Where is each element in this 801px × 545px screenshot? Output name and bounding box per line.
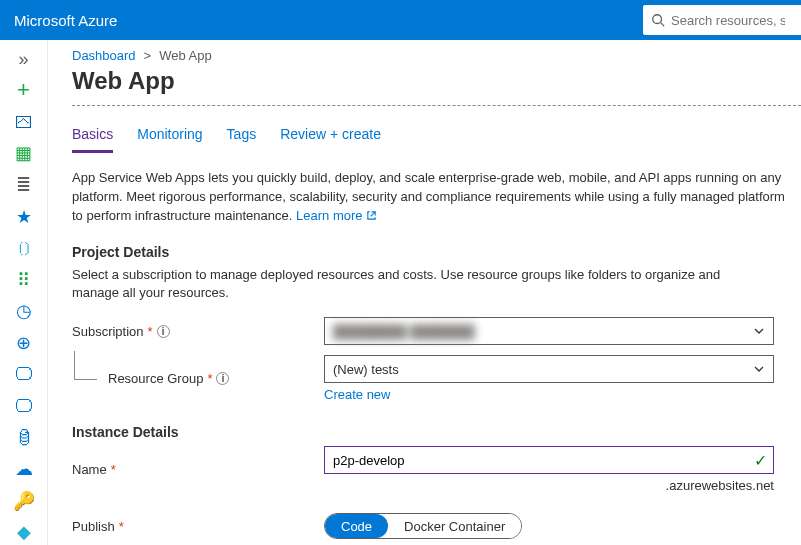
create-new-link[interactable]: Create new [324, 387, 774, 402]
tab-monitoring[interactable]: Monitoring [137, 126, 202, 153]
info-icon[interactable]: i [157, 325, 170, 338]
description-text: App Service Web Apps lets you quickly bu… [72, 170, 785, 223]
publish-segmented: CodeDocker Container [324, 513, 522, 539]
apps-grid-icon[interactable]: ⠿ [0, 267, 48, 293]
publish-option-docker-container[interactable]: Docker Container [388, 514, 521, 538]
plus-icon[interactable]: + [0, 78, 48, 104]
chevron-down-icon [753, 363, 765, 375]
monitor-icon[interactable]: 🖵 [0, 362, 48, 388]
resource-group-dropdown[interactable]: (New) tests [324, 355, 774, 383]
sql-icon[interactable]: 🛢 [0, 425, 48, 451]
publish-option-code[interactable]: Code [325, 514, 388, 538]
resources-icon[interactable]: ⟮⟯ [0, 235, 48, 261]
left-sidebar: »+⮹▦≣★⟮⟯⠿◷⊕🖵🖵🛢☁🔑◆ [0, 40, 48, 545]
tab-review-create[interactable]: Review + create [280, 126, 381, 153]
project-details-heading: Project Details [72, 244, 801, 260]
diamond-icon[interactable]: ◆ [0, 519, 48, 545]
learn-more-link[interactable]: Learn more [296, 208, 376, 223]
breadcrumb: Dashboard > Web App [72, 48, 801, 63]
publish-row: Publish * CodeDocker Container [72, 513, 801, 539]
svg-line-1 [661, 23, 665, 27]
search-input[interactable] [665, 13, 785, 28]
tab-tags[interactable]: Tags [227, 126, 257, 153]
breadcrumb-current: Web App [159, 48, 212, 63]
required-marker: * [111, 462, 116, 477]
required-marker: * [119, 519, 124, 534]
chevron-down-icon [753, 325, 765, 337]
globe-icon[interactable]: ⊕ [0, 330, 48, 356]
tab-basics[interactable]: Basics [72, 126, 113, 153]
resource-group-value: (New) tests [333, 362, 399, 377]
global-search[interactable] [643, 5, 801, 35]
name-domain-suffix: .azurewebsites.net [324, 478, 774, 493]
key-icon[interactable]: 🔑 [0, 488, 48, 514]
name-label: Name [72, 462, 107, 477]
name-input-wrapper: ✓ [324, 446, 774, 474]
breadcrumb-root[interactable]: Dashboard [72, 48, 136, 63]
home-icon[interactable]: ⮹ [0, 109, 48, 135]
subscription-dropdown[interactable]: ████████ ███████ [324, 317, 774, 345]
instance-details-heading: Instance Details [72, 424, 801, 440]
svg-point-0 [653, 15, 662, 24]
tabs: BasicsMonitoringTagsReview + create [72, 126, 801, 153]
brand-label: Microsoft Azure [14, 12, 117, 29]
subscription-value: ████████ ███████ [333, 324, 475, 339]
breadcrumb-sep: > [144, 48, 152, 63]
publish-label: Publish [72, 519, 115, 534]
topbar: Microsoft Azure [0, 0, 801, 40]
dashboard-icon[interactable]: ▦ [0, 141, 48, 167]
clock-icon[interactable]: ◷ [0, 299, 48, 325]
list-icon[interactable]: ≣ [0, 172, 48, 198]
info-icon[interactable]: i [216, 372, 229, 385]
page-description: App Service Web Apps lets you quickly bu… [72, 169, 792, 226]
subscription-label: Subscription [72, 324, 144, 339]
chevron-expand-icon[interactable]: » [0, 46, 48, 72]
external-link-icon [366, 210, 377, 221]
name-input[interactable] [333, 453, 754, 468]
required-marker: * [207, 371, 212, 386]
favorite-icon[interactable]: ★ [0, 204, 48, 230]
cloud-icon[interactable]: ☁ [0, 456, 48, 482]
search-icon [651, 13, 665, 27]
required-marker: * [148, 324, 153, 339]
check-icon: ✓ [754, 451, 767, 470]
main-content: Dashboard > Web App Web App BasicsMonito… [48, 40, 801, 545]
name-row: Name * ✓ .azurewebsites.net [72, 446, 801, 493]
subscription-row: Subscription * i ████████ ███████ [72, 317, 801, 345]
resource-group-row: Resource Group * i (New) tests Create ne… [72, 355, 801, 402]
project-details-desc: Select a subscription to manage deployed… [72, 266, 752, 304]
page-divider [72, 105, 801, 106]
resource-group-label: Resource Group [108, 371, 203, 386]
page-title: Web App [72, 67, 801, 95]
vm-icon[interactable]: 🖵 [0, 393, 48, 419]
